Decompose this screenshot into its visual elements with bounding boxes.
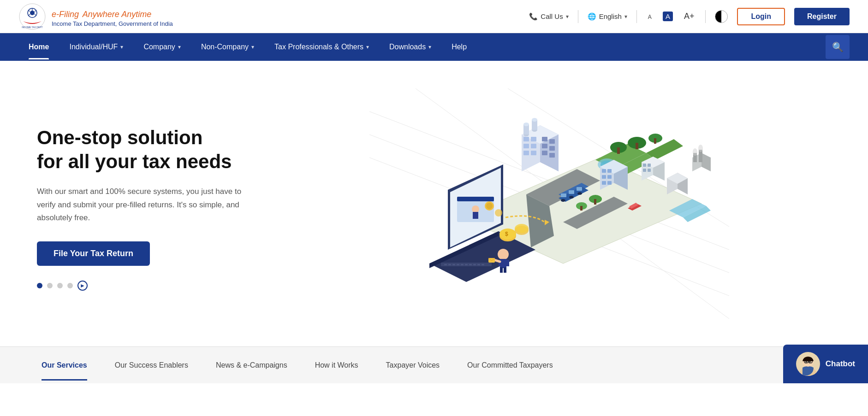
svg-rect-107	[473, 264, 476, 265]
svg-rect-113	[506, 260, 509, 266]
top-bar: INCOME TAX DEPT e-Filing Anywhere Anytim…	[0, 0, 868, 33]
svg-rect-102	[452, 264, 455, 265]
carousel-next-button[interactable]: ►	[77, 281, 88, 291]
font-normal-button[interactable]: A	[663, 12, 673, 21]
svg-marker-125	[702, 153, 711, 171]
nav-item-help[interactable]: Help	[441, 35, 477, 59]
svg-point-90	[486, 203, 493, 209]
tab-our-services[interactable]: Our Services	[28, 350, 101, 381]
svg-rect-101	[448, 264, 451, 265]
svg-point-76	[577, 192, 582, 195]
svg-rect-40	[542, 144, 547, 148]
language-chevron: ▾	[624, 13, 627, 20]
svg-rect-73	[577, 187, 582, 191]
nav-company-label: Company	[143, 43, 175, 51]
tab-success-enablers[interactable]: Our Success Enablers	[101, 350, 202, 381]
divider-1	[578, 10, 578, 23]
carousel-dot-3[interactable]	[57, 283, 63, 288]
divider-3	[705, 10, 706, 23]
logo-brand: e-Filing	[52, 10, 79, 19]
svg-rect-121	[594, 199, 596, 205]
svg-rect-108	[477, 264, 480, 265]
chatbot-button[interactable]: Chatbot	[783, 345, 868, 383]
svg-rect-41	[549, 146, 555, 151]
svg-rect-42	[542, 151, 547, 155]
font-small-label: A	[648, 14, 652, 20]
nav-item-noncompany[interactable]: Non-Company ▾	[191, 35, 264, 59]
svg-text:$: $	[505, 231, 508, 237]
logo-area[interactable]: INCOME TAX DEPT e-Filing Anywhere Anytim…	[18, 3, 173, 30]
nav-item-company[interactable]: Company ▾	[133, 35, 190, 59]
nav-item-individual[interactable]: Individual/HUF ▾	[59, 35, 133, 59]
svg-rect-115	[504, 267, 506, 273]
tab-how-it-works[interactable]: How it Works	[301, 350, 372, 381]
call-us-button[interactable]: 📞 Call Us ▾	[529, 12, 568, 21]
logo-text: e-Filing Anywhere Anytime Income Tax Dep…	[52, 6, 173, 27]
language-selector[interactable]: 🌐 English ▾	[588, 12, 627, 21]
search-icon: 🔍	[832, 41, 844, 53]
tab-news-campaigns[interactable]: News & e-Campaigns	[202, 350, 301, 381]
nav-item-taxprofessionals[interactable]: Tax Professionals & Others ▾	[264, 35, 379, 59]
svg-rect-26	[654, 138, 656, 144]
hero-illustration: $	[369, 88, 729, 328]
svg-rect-54	[607, 169, 612, 173]
svg-rect-72	[569, 190, 574, 194]
svg-rect-71	[561, 193, 566, 197]
register-button[interactable]: Register	[794, 8, 850, 25]
file-tax-return-button[interactable]: File Your Tax Return	[37, 241, 150, 266]
svg-rect-37	[531, 151, 536, 155]
svg-rect-35	[531, 144, 536, 148]
nav-noncompany-label: Non-Company	[201, 43, 249, 51]
svg-rect-53	[602, 169, 606, 173]
hero-carousel-dots: ►	[37, 281, 268, 291]
nav-company-chevron: ▾	[178, 44, 181, 50]
svg-point-49	[532, 118, 537, 122]
svg-rect-65	[648, 169, 651, 172]
hero-section: One-stop solutionfor all your tax needs …	[0, 61, 868, 346]
nav-noncompany-chevron: ▾	[251, 44, 254, 50]
globe-icon: 🌐	[588, 12, 596, 21]
svg-rect-24	[636, 143, 638, 149]
svg-rect-100	[444, 264, 447, 265]
font-large-label: A+	[684, 12, 695, 21]
svg-rect-57	[602, 181, 606, 185]
svg-text:INCOME TAX DEPT: INCOME TAX DEPT	[22, 26, 42, 29]
tab-news-campaigns-label: News & e-Campaigns	[216, 361, 287, 369]
svg-rect-39	[549, 139, 555, 144]
language-label: English	[599, 12, 622, 20]
nav-item-home[interactable]: Home	[18, 35, 59, 59]
call-us-chevron: ▾	[566, 13, 569, 20]
nav-search-button[interactable]: 🔍	[826, 35, 850, 59]
tab-committed-taxpayers[interactable]: Our Committed Taxpayers	[453, 350, 567, 381]
nav-help-label: Help	[452, 43, 467, 51]
login-button[interactable]: Login	[737, 8, 785, 25]
svg-point-110	[498, 249, 509, 260]
svg-rect-33	[531, 137, 536, 141]
nav-home-label: Home	[29, 43, 49, 51]
tab-taxpayer-voices[interactable]: Taxpayer Voices	[372, 350, 454, 381]
nav-downloads-chevron: ▾	[428, 44, 431, 50]
font-increase-button[interactable]: A+	[682, 11, 696, 22]
svg-rect-22	[617, 147, 620, 154]
emblem-icon: INCOME TAX DEPT	[18, 3, 46, 30]
font-decrease-button[interactable]: A	[646, 12, 654, 21]
carousel-dot-2[interactable]	[47, 283, 53, 288]
svg-point-46	[523, 123, 529, 126]
nav-item-downloads[interactable]: Downloads ▾	[379, 35, 441, 59]
chatbot-avatar	[796, 352, 820, 376]
nav-downloads-label: Downloads	[389, 43, 426, 51]
call-us-label: Call Us	[541, 12, 563, 20]
svg-rect-64	[643, 169, 646, 172]
svg-rect-38	[542, 137, 547, 141]
chatbot-label: Chatbot	[826, 359, 855, 369]
nav-individual-label: Individual/HUF	[69, 43, 118, 51]
svg-rect-99	[443, 267, 489, 270]
bottom-tabs: Our Services Our Success Enablers News &…	[0, 346, 868, 383]
carousel-dot-1[interactable]	[37, 283, 42, 288]
contrast-button[interactable]	[715, 10, 728, 23]
svg-point-74	[561, 199, 565, 202]
hero-subtitle: With our smart and 100% secure systems, …	[37, 185, 258, 225]
tab-how-it-works-label: How it Works	[315, 361, 358, 369]
carousel-dot-4[interactable]	[67, 283, 73, 288]
tab-taxpayer-voices-label: Taxpayer Voices	[386, 361, 440, 369]
